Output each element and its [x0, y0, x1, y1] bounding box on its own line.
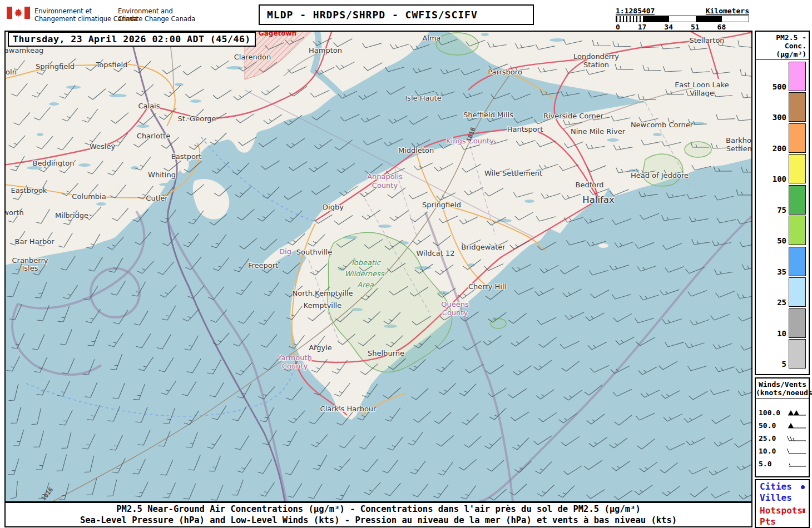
markers-legend: Cities Villes Hotspots Pts chauds [755, 479, 810, 528]
wind-barb-symbol [787, 448, 807, 455]
map-label: Nine Mile River [571, 127, 625, 136]
caption-line2: Sea-Level Pressure (hPa) and Low-Level W… [6, 515, 751, 526]
winds-legend-row: 25.0 [756, 432, 809, 445]
wind-speed-label: 25.0 [759, 434, 776, 442]
map-label: Cherry Hill [468, 282, 506, 291]
wind-barb-symbol [787, 435, 807, 442]
wind-barb-symbol [787, 422, 807, 429]
wind-speed-label: 100.0 [759, 409, 780, 417]
map-label: Sheffield Mills [463, 111, 513, 119]
map-label: Alma [422, 34, 440, 42]
caption-line1: PM2.5 Near-Ground Air Concentrations (µg… [6, 504, 751, 515]
map-label: Newcomb Corner [631, 121, 693, 129]
pm25-threshold-label: 10 [777, 329, 786, 338]
map-label: Bridgewater [461, 243, 505, 251]
pm25-legend-row: 300 [756, 91, 809, 122]
map-label: Annapolis [367, 172, 403, 181]
map-label: Springfield [422, 201, 461, 209]
map-label: Riverside Corner [543, 112, 603, 120]
map-label: Tobeatic [350, 258, 380, 267]
pm25-legend: PM2.5 - Conc. (µg/m³) 500300200100755035… [755, 31, 810, 375]
pm25-color-swatch [789, 277, 806, 307]
scale-tick: 17 [638, 23, 647, 31]
map-label: Clarendon [234, 53, 271, 61]
map-label: Queens [441, 300, 468, 308]
divider [756, 398, 809, 399]
scale-tick: 34 [664, 23, 673, 31]
map-label: Gagetown [259, 31, 296, 37]
wind-barb-symbol [787, 410, 807, 416]
pm25-legend-row: 500 [756, 60, 809, 91]
pm25-threshold-label: 50 [777, 236, 786, 245]
pm25-legend-row: 25 [756, 276, 809, 307]
winds-legend-units: (knots/noeuds) [756, 388, 806, 397]
map-label: Isles [22, 264, 38, 272]
winds-legend-row: 100.0 [756, 406, 809, 419]
scale-tick: 0 [616, 23, 620, 31]
map-label: Springfield [36, 62, 75, 71]
map-label: Barkho [726, 136, 751, 145]
hotspots-label-fr: Pts chauds [760, 516, 805, 528]
pm25-threshold-label: 300 [773, 113, 786, 122]
map-label: Isle Haute [405, 94, 441, 102]
map-label: Beddington [33, 159, 75, 167]
pm25-color-swatch [789, 154, 806, 183]
pm25-legend-row: 200 [756, 122, 809, 153]
map-label: Clark's Harbour [320, 405, 377, 413]
cities-label-fr: Villes [760, 492, 792, 504]
map-label: ttawamkeag [4, 46, 43, 54]
wind-speed-label: 50.0 [759, 421, 776, 430]
pm25-color-swatch [789, 62, 806, 91]
map-label: oln [6, 68, 17, 76]
winds-legend: Winds/Vents (knots/noeuds) 100.050.025.0… [755, 377, 810, 477]
pm25-color-swatch [789, 123, 806, 153]
pm25-legend-row: 75 [756, 183, 809, 215]
map-label: Hantsport [507, 125, 543, 133]
hotspot-square-icon [803, 509, 805, 513]
map-label: Cutler [146, 194, 167, 202]
pm25-threshold-label: 500 [773, 82, 786, 91]
map-label: Cranberry [12, 256, 48, 265]
pm25-color-swatch [789, 247, 806, 276]
pm25-legend-row: 50 [756, 215, 809, 246]
agency-name-english: Environment andClimate Change Canada [118, 7, 195, 23]
datetime-banner: Thursday, 23 April 2026 02:00 ADT (45/46… [8, 32, 256, 47]
pm25-legend-row: 35 [756, 245, 809, 276]
map-label: Settlem [726, 145, 752, 153]
map-label: Stellarton [689, 36, 724, 44]
winds-row-list: 100.050.025.010.05.0 [756, 406, 809, 470]
pm25-legend-units: (µg/m³) [756, 50, 806, 58]
map-label: Head of Jeddore [631, 171, 689, 180]
winds-legend-row: 5.0 [756, 457, 809, 470]
map-label: Londonderry [573, 52, 619, 61]
wind-speed-label: 10.0 [759, 447, 776, 455]
canada-flag-icon [7, 7, 30, 19]
map-scale: 1:1285407 Kilometers 017345168 [616, 7, 749, 30]
map-label: East Loon Lake [675, 81, 729, 89]
map-label: Calais [138, 102, 160, 110]
isobar-label: 1016 [40, 486, 55, 502]
map-label: Columbia [72, 192, 106, 201]
map-label: County [442, 308, 468, 317]
scale-tick: 68 [717, 23, 726, 31]
pm25-threshold-label: 75 [777, 206, 786, 215]
pm25-threshold-label: 25 [777, 298, 786, 307]
scale-bar [616, 16, 749, 22]
pm25-threshold-label: 5 [782, 360, 786, 368]
map-label: Halifax [582, 195, 614, 205]
map-label: Freeport [248, 261, 278, 270]
map-label: St. George [177, 114, 216, 123]
map-label: Hampton [309, 46, 342, 54]
scale-ratio: 1:1285407 [616, 7, 655, 15]
scale-tick-labels: 017345168 [616, 22, 749, 31]
pm25-threshold-label: 200 [773, 144, 786, 153]
map-label: Dig [279, 247, 291, 256]
map-label: Bar Harbor [15, 237, 55, 246]
map-label: Argyle [309, 343, 332, 352]
pm25-legend-title: PM2.5 - Conc. [756, 33, 806, 50]
pm25-swatch-list: 50030020010075503525105 [756, 60, 809, 368]
map-label: Parrsboro [488, 68, 522, 76]
city-dot-icon [801, 485, 805, 489]
map-label: Topsfield [96, 61, 128, 69]
map-label: Shelburne [368, 349, 404, 357]
